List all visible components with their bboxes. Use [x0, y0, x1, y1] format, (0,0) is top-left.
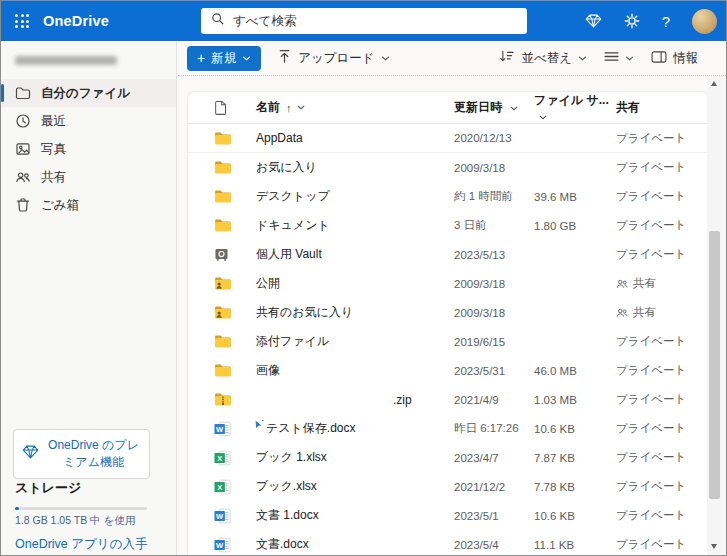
plus-icon: +: [197, 51, 205, 65]
document-icon: [214, 100, 244, 115]
modified-date: 2023/5/31: [442, 365, 530, 377]
file-row[interactable]: 共有のお気に入り2009/3/18共有: [188, 298, 708, 327]
file-row[interactable]: ドキュメント3 日前1.80 GBプライベート: [188, 211, 708, 240]
file-size: 1.03 MB: [530, 394, 612, 406]
file-row[interactable]: Xブック.xlsx2021/12/27.78 KBプライベート: [188, 472, 708, 501]
new-button[interactable]: + 新規: [187, 46, 261, 71]
sidebar-item-label: 最近: [41, 113, 66, 130]
sharing-status: プライベート: [616, 334, 686, 349]
storage-heading: ストレージ: [15, 479, 81, 497]
sidebar-item-my-files[interactable]: 自分のファイル: [1, 79, 176, 107]
sidebar-item-label: ごみ箱: [41, 197, 79, 214]
sidebar-item-photos[interactable]: 写真: [1, 135, 176, 163]
file-name: .zip: [393, 393, 412, 407]
premium-icon[interactable]: [585, 14, 602, 28]
file-row[interactable]: .zip2021/4/91.03 MBプライベート: [188, 385, 708, 414]
sharing-status: プライベート: [616, 479, 686, 494]
storage-progressbar: [15, 507, 147, 510]
user-avatar[interactable]: [692, 9, 717, 34]
vertical-scrollbar[interactable]: [707, 76, 722, 554]
sharing-status: プライベート: [616, 160, 686, 175]
svg-text:X: X: [217, 453, 222, 462]
help-icon[interactable]: ?: [662, 13, 670, 30]
file-name: ブック.xlsx: [256, 478, 317, 495]
sidebar-item-recent[interactable]: 最近: [1, 107, 176, 135]
modified-date: 2020/12/13: [442, 132, 530, 144]
file-rows: AppData2020/12/13プライベートお気に入り2009/3/18プライ…: [188, 124, 708, 555]
file-name: お気に入り: [256, 159, 317, 176]
list-view-icon: [604, 51, 619, 65]
excel-icon: X: [214, 450, 244, 466]
onedrive-app-window: OneDrive すべて検索 ? 自分のファイル最近写真共有ごみ箱 On: [0, 0, 727, 556]
sidebar-item-shared[interactable]: 共有: [1, 163, 176, 191]
info-button[interactable]: 情報: [651, 50, 698, 67]
upload-button[interactable]: アップロード: [277, 49, 389, 67]
file-row[interactable]: Wテスト保存.docx昨日 6:17:2610.6 KBプライベート: [188, 414, 708, 443]
file-size: 7.87 KB: [530, 452, 612, 464]
chevron-down-icon: [297, 105, 305, 110]
file-size: 7.78 KB: [530, 481, 612, 493]
excel-icon: X: [214, 479, 244, 495]
modified-date: 2019/6/15: [442, 336, 530, 348]
sharing-status: プライベート: [616, 421, 686, 436]
file-size: 10.6 KB: [530, 510, 612, 522]
modified-date: 2021/12/2: [442, 481, 530, 493]
photo-icon: [15, 141, 31, 157]
file-size: 39.6 MB: [530, 191, 612, 203]
column-header-modified[interactable]: 更新日時: [442, 99, 530, 116]
sharing-status: プライベート: [616, 392, 686, 407]
info-pane-icon: [651, 51, 667, 66]
settings-gear-icon[interactable]: [624, 13, 640, 29]
file-row[interactable]: 個人用 Vault2023/5/13プライベート: [188, 240, 708, 269]
svg-text:W: W: [216, 511, 224, 520]
file-row[interactable]: デスクトップ約 1 時間前39.6 MBプライベート: [188, 182, 708, 211]
sidebar-item-label: 共有: [41, 169, 66, 186]
file-size: 46.0 MB: [530, 365, 612, 377]
view-options-button[interactable]: [604, 51, 634, 65]
premium-features-button[interactable]: OneDrive のプレミアム機能: [13, 429, 150, 479]
vault-icon: [214, 247, 244, 262]
folder-icon: [214, 218, 244, 233]
folder-icon: [214, 363, 244, 378]
waffle-icon: [15, 14, 29, 28]
modified-date: 2023/4/7: [442, 452, 530, 464]
folder-icon: [15, 85, 31, 101]
get-apps-link[interactable]: OneDrive アプリの入手: [15, 536, 147, 553]
file-name: 画像: [256, 362, 280, 379]
scroll-up-arrow[interactable]: [711, 81, 717, 86]
list-header: 名前 ↑ 更新日時 ファイル サ... 共有: [188, 92, 708, 124]
file-row[interactable]: 添付ファイル2019/6/15プライベート: [188, 327, 708, 356]
file-row[interactable]: Xブック 1.xlsx2023/4/77.87 KBプライベート: [188, 443, 708, 472]
file-row[interactable]: 公開2009/3/18共有: [188, 269, 708, 298]
sharing-status: プライベート: [616, 189, 686, 204]
chevron-down-icon: [578, 56, 587, 61]
app-launcher-button[interactable]: [1, 1, 43, 41]
sharing-status: プライベート: [616, 508, 686, 523]
modified-date: 3 日前: [442, 218, 530, 233]
column-header-size[interactable]: ファイル サ...: [530, 92, 612, 123]
sidebar-item-recycle-bin[interactable]: ごみ箱: [1, 191, 176, 219]
storage-usage-text: 1.8 GB 1.05 TB 中 を使用: [15, 514, 135, 528]
file-row[interactable]: お気に入り2009/3/18プライベート: [188, 153, 708, 182]
scroll-down-arrow[interactable]: [711, 544, 717, 549]
modified-date: 2021/4/9: [442, 394, 530, 406]
file-row[interactable]: AppData2020/12/13プライベート: [188, 124, 708, 153]
sort-ascending-icon: ↑: [286, 102, 292, 114]
upload-icon: [277, 49, 292, 67]
sort-button[interactable]: 並べ替え: [499, 50, 587, 67]
word-icon: W: [214, 508, 244, 524]
app-title[interactable]: OneDrive: [43, 13, 109, 29]
column-header-name[interactable]: 名前 ↑: [244, 99, 442, 116]
trash-icon: [15, 197, 31, 213]
file-row[interactable]: W文書.docx2023/5/411.1 KBプライベート: [188, 530, 708, 555]
sort-icon: [499, 50, 515, 66]
file-row[interactable]: W文書 1.docx2023/5/110.6 KBプライベート: [188, 501, 708, 530]
premium-button-label: OneDrive のプレミアム機能: [46, 437, 142, 471]
folder-shared-icon: [214, 276, 244, 291]
scroll-thumb[interactable]: [709, 231, 720, 499]
folder-icon: [214, 131, 244, 146]
file-row[interactable]: 画像2023/5/3146.0 MBプライベート: [188, 356, 708, 385]
click-cursor-icon: [253, 420, 266, 432]
folder-icon: [214, 189, 244, 204]
search-box[interactable]: すべて検索: [201, 8, 527, 34]
